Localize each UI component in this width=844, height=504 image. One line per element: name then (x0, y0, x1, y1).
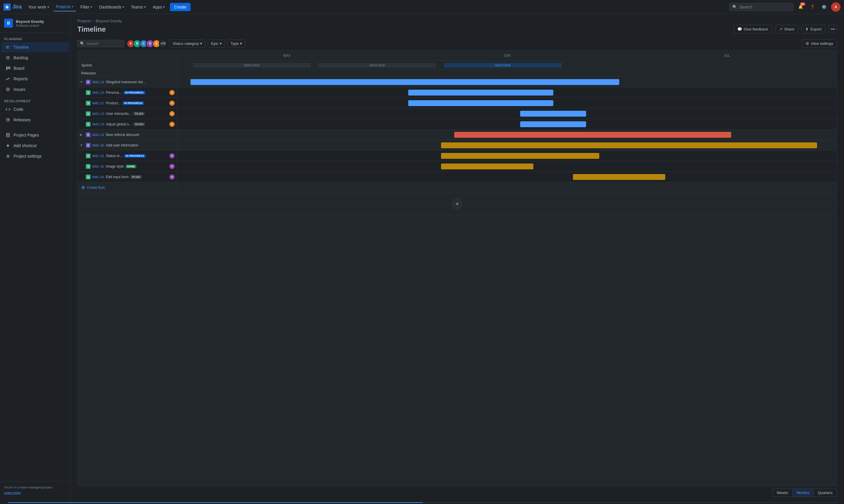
status-badge: TO DO (133, 123, 144, 126)
gantt-bar[interactable] (408, 100, 553, 106)
filter-search[interactable]: 🔍 (77, 40, 124, 47)
gantt-bar[interactable] (191, 79, 619, 85)
releases-row: Releases (78, 70, 837, 77)
gantt-bar[interactable] (573, 174, 665, 180)
epic-row-mac24: ▶ E MAC-24 New referral discount (78, 129, 837, 140)
timeline-months: MAY JUN JUL (177, 50, 837, 61)
status-badge: IN PROGRESS (123, 102, 144, 105)
nav-teams[interactable]: Teams ▾ (128, 3, 148, 11)
issue-mac42-label[interactable]: S MAC-42 Image style DONE B (78, 161, 177, 172)
issue-key: MAC-20 (92, 91, 104, 94)
issue-mac22-label[interactable]: S MAC-22 User interactio... TO DO A (78, 108, 177, 119)
svg-rect-7 (6, 59, 10, 59)
avatar-count[interactable]: +14 (159, 39, 167, 48)
sidebar-project[interactable]: B Beyond Gravity Software project (0, 14, 70, 33)
create-epic-button[interactable]: ⊕ Create Epic (78, 182, 177, 193)
page-actions: 💬 Give feedback ↗ Share ⬆ Export ••• (734, 25, 837, 33)
nav-your-work[interactable]: Your work ▾ (25, 3, 52, 11)
svg-rect-6 (6, 57, 10, 58)
status-category-filter[interactable]: Status category ▾ (169, 39, 205, 48)
sidebar-item-releases[interactable]: Releases (1, 115, 69, 125)
sidebar-item-board[interactable]: Board (1, 63, 69, 73)
expand-button[interactable]: ▼ (80, 144, 84, 147)
search-box[interactable]: 🔍 (729, 3, 794, 11)
help-button[interactable]: ❓ (808, 2, 817, 12)
logo[interactable]: Jira (3, 3, 22, 11)
breadcrumb-beyond-gravity[interactable]: Beyond Gravity (96, 19, 122, 23)
project-info: Beyond Gravity Software project (16, 19, 44, 27)
add-circle-button[interactable]: + (452, 199, 463, 209)
search-input[interactable] (739, 5, 790, 10)
learn-more-link[interactable]: Learn more (4, 491, 20, 494)
issue-name: Adjust global s... (106, 122, 131, 126)
give-feedback-button[interactable]: 💬 Give feedback (734, 25, 772, 33)
issue-mac21-bar-area (177, 98, 837, 108)
expand-button[interactable]: ▶ (80, 133, 84, 136)
gantt-bar[interactable] (441, 153, 599, 159)
epic-mac19-label[interactable]: ▼ E MAC-19 Slingshot maneuver helper... (78, 77, 177, 87)
svg-rect-3 (6, 47, 8, 48)
issue-mac23-label[interactable]: S MAC-23 Adjust global s... TO DO A (78, 119, 177, 129)
view-settings-button[interactable]: ⚙ View settings (802, 39, 837, 48)
project-icon: B (4, 19, 13, 28)
sidebar-item-add-shortcut[interactable]: Add shortcut (1, 141, 69, 150)
quarters-button[interactable]: Quarters (813, 489, 837, 497)
export-button[interactable]: ⬆ Export (802, 25, 825, 33)
issue-mac43-label[interactable]: S MAC-43 Edit input form TO DO B (78, 172, 177, 182)
issue-mac21-label[interactable]: S MAC-21 Product... IN PROGRESS A (78, 98, 177, 108)
gantt-bar[interactable] (520, 111, 586, 116)
main-content: Projects / Beyond Gravity Timeline 💬 Giv… (70, 14, 844, 504)
sidebar-item-label: Project Pages (14, 133, 39, 138)
issue-name: Persona... (106, 91, 122, 95)
issue-mac20-label[interactable]: S MAC-20 Persona... IN PROGRESS A (78, 87, 177, 97)
nav-apps[interactable]: Apps ▾ (150, 3, 168, 11)
assignee-avatars[interactable]: A B C D E +14 (127, 39, 167, 48)
type-filter[interactable]: Type ▾ (228, 39, 245, 48)
sidebar-item-timeline[interactable]: Timeline (1, 42, 69, 52)
timeline-bottom: Weeks Months Quarters (77, 486, 837, 499)
weeks-button[interactable]: Weeks (772, 489, 793, 497)
create-button[interactable]: Create (170, 3, 191, 11)
sidebar-item-backlog[interactable]: Backlog (1, 53, 69, 63)
issue-mac41-label[interactable]: S MAC-41 Status in... IN PROGRESS B (78, 150, 177, 161)
epic-mac24-label[interactable]: ▶ E MAC-24 New referral discount (78, 129, 177, 140)
chevron-down-icon: ▾ (91, 5, 92, 8)
sidebar-item-reports[interactable]: Reports (1, 74, 69, 84)
sidebar-item-issues[interactable]: Issues (1, 84, 69, 94)
month-jun: JUN (397, 50, 617, 61)
more-actions-button[interactable]: ••• (829, 25, 837, 33)
empty-area: + (78, 193, 837, 215)
issue-name: Slingshot maneuver helper... (106, 80, 147, 84)
sprint-bar-3[interactable]: Sprint name (444, 63, 562, 68)
filter-search-input[interactable] (87, 41, 122, 46)
sidebar-item-project-settings[interactable]: ⚙ Project settings (1, 151, 69, 161)
page-header: Projects / Beyond Gravity Timeline 💬 Giv… (70, 14, 844, 37)
sprint-bar-1[interactable]: Sprint name (193, 63, 311, 68)
epic-filter[interactable]: Epic ▾ (208, 39, 225, 48)
avatar[interactable]: A (831, 2, 841, 12)
gantt-bar[interactable] (441, 163, 533, 169)
gantt-bar[interactable] (454, 132, 731, 138)
sidebar-item-label: Timeline (14, 45, 29, 50)
gantt-bar[interactable] (520, 121, 586, 127)
chevron-down-icon: ▾ (163, 5, 165, 8)
epic-mac40-label[interactable]: ▼ E MAC-40 Add user information (78, 140, 177, 150)
breadcrumb-projects[interactable]: Projects (77, 19, 91, 23)
sidebar-item-code[interactable]: Code (1, 104, 69, 114)
nav-dashboards[interactable]: Dashboards ▾ (96, 3, 127, 11)
share-button[interactable]: ↗ Share (775, 25, 798, 33)
expand-button[interactable]: ▼ (80, 80, 84, 84)
sprint-bar-2[interactable]: Sprint name (318, 63, 436, 68)
settings-button[interactable]: ⚙️ (820, 2, 829, 12)
notifications-button[interactable]: 🔔 9+ (796, 2, 805, 12)
nav-projects[interactable]: Projects ▾ (53, 3, 76, 12)
nav-filter[interactable]: Filter ▾ (77, 3, 95, 11)
gantt-bar[interactable] (408, 90, 553, 95)
chevron-down-icon: ▾ (200, 41, 202, 46)
sidebar-item-project-pages[interactable]: Project Pages (1, 130, 69, 140)
chevron-down-icon: ▾ (144, 5, 146, 8)
gantt-bar[interactable] (441, 142, 817, 148)
create-epic-row[interactable]: ⊕ Create Epic (78, 182, 837, 193)
issue-key: MAC-42 (92, 165, 104, 168)
months-button[interactable]: Months (793, 489, 814, 497)
